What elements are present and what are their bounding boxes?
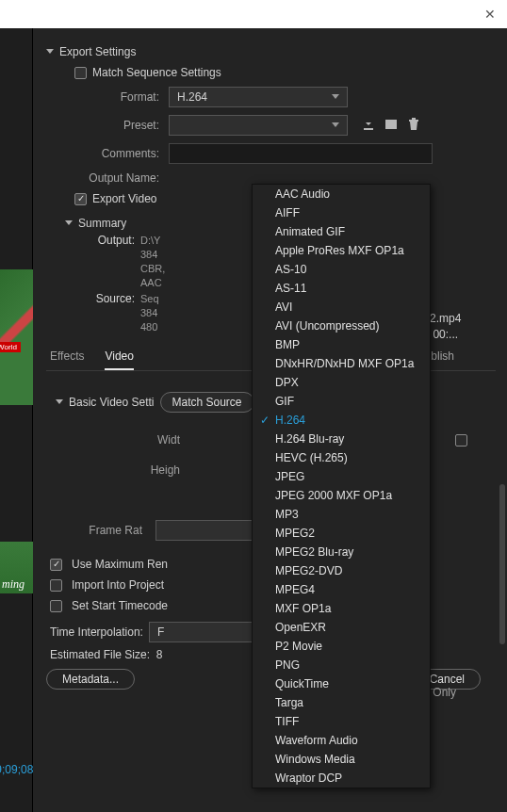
format-option[interactable]: H.264 Blu-ray xyxy=(253,430,430,448)
comments-row: Comments: xyxy=(46,139,496,168)
match-sequence-label: Match Sequence Settings xyxy=(92,66,221,79)
output-line-4: AAC xyxy=(140,276,165,290)
preview-column: ;9;09;08 xyxy=(0,28,33,812)
import-checkbox[interactable] xyxy=(50,579,62,592)
save-preset-icon[interactable] xyxy=(361,117,376,135)
output-label: Output: xyxy=(46,234,140,290)
scrollbar[interactable] xyxy=(499,484,505,644)
match-source-button[interactable]: Match Source xyxy=(160,392,254,413)
output-line-2: 384 xyxy=(140,248,165,262)
output-line-3: CBR, xyxy=(140,262,165,276)
format-option[interactable]: AIFF xyxy=(253,203,430,222)
format-option[interactable]: AVI xyxy=(253,298,430,317)
match-sequence-checkbox[interactable] xyxy=(74,67,87,79)
export-panel: Export Settings Match Sequence Settings … xyxy=(33,28,507,812)
chevron-down-icon xyxy=(56,399,63,404)
format-option[interactable]: PNG xyxy=(253,656,430,674)
format-option[interactable]: P2 Movie xyxy=(253,637,430,656)
format-option[interactable]: MPEG2-DVD xyxy=(253,561,430,580)
summary-title: Summary xyxy=(78,217,126,230)
height-label: Heigh xyxy=(46,463,188,477)
framerate-label: Frame Rat xyxy=(46,524,150,537)
metadata-button[interactable]: Metadata... xyxy=(46,669,135,690)
export-settings-header[interactable]: Export Settings xyxy=(46,38,496,62)
time-interpolation-value: F xyxy=(157,625,164,639)
estimated-size-label: Estimated File Size: xyxy=(50,648,150,661)
format-option[interactable]: Windows Media xyxy=(253,750,430,769)
format-option[interactable]: Animated GIF xyxy=(253,222,430,241)
preview-thumb-2 xyxy=(0,542,33,593)
format-option[interactable]: TIFF xyxy=(253,712,430,731)
format-option[interactable]: OpenEXR xyxy=(253,618,430,637)
titlebar: ✕ xyxy=(0,0,507,28)
export-video-label: Export Video xyxy=(92,192,157,205)
comments-input[interactable] xyxy=(169,143,433,164)
preview-thumb-1 xyxy=(0,269,33,405)
format-option[interactable]: Apple ProRes MXF OP1a xyxy=(253,241,430,260)
format-option[interactable]: MXF OP1a xyxy=(253,599,430,618)
chevron-down-icon xyxy=(332,94,339,99)
output-name-label: Output Name: xyxy=(46,171,169,185)
preset-select[interactable] xyxy=(169,115,348,136)
width-label: Widt xyxy=(46,433,188,447)
import-preset-icon[interactable] xyxy=(384,117,399,135)
format-option[interactable]: MPEG2 Blu-ray xyxy=(253,543,430,561)
preset-row: Preset: xyxy=(46,111,496,139)
export-video-checkbox[interactable] xyxy=(74,193,87,205)
source-line-1: Seq xyxy=(140,292,159,306)
source-line-2: 384 xyxy=(140,306,159,320)
timecode-display: ;9;09;08 xyxy=(0,763,33,776)
tab-video[interactable]: Video xyxy=(105,349,133,370)
format-label: Format: xyxy=(46,90,169,104)
format-option[interactable]: GIF xyxy=(253,392,430,411)
format-value: H.264 xyxy=(177,90,207,104)
format-option[interactable]: AS-10 xyxy=(253,260,430,279)
format-option[interactable]: MPEG4 xyxy=(253,580,430,599)
format-option[interactable]: MP3 xyxy=(253,505,430,524)
format-option[interactable]: AS-11 xyxy=(253,279,430,298)
chevron-down-icon xyxy=(46,49,54,54)
match-sequence-row: Match Sequence Settings xyxy=(46,62,496,83)
format-option[interactable]: DPX xyxy=(253,373,430,392)
format-row: Format: H.264 xyxy=(46,83,496,111)
format-option[interactable]: AAC Audio xyxy=(253,185,430,203)
format-option[interactable]: Wraptor DCP xyxy=(253,769,430,788)
estimated-size-value: 8 xyxy=(156,648,163,661)
format-option[interactable]: JPEG xyxy=(253,467,430,486)
format-option[interactable]: HEVC (H.265) xyxy=(253,448,430,467)
comments-label: Comments: xyxy=(46,147,169,160)
preset-label: Preset: xyxy=(46,119,169,132)
source-label: Source: xyxy=(46,292,140,334)
delete-preset-icon[interactable] xyxy=(406,117,421,135)
main: ;9;09;08 Export Settings Match Sequence … xyxy=(0,28,507,812)
format-option[interactable]: BMP xyxy=(253,335,430,354)
format-option[interactable]: Targa xyxy=(253,693,430,712)
close-icon[interactable]: ✕ xyxy=(484,7,496,22)
export-settings-title: Export Settings xyxy=(59,45,136,58)
tab-effects[interactable]: Effects xyxy=(50,349,84,370)
timecode-checkbox[interactable] xyxy=(50,600,62,612)
format-option[interactable]: DNxHR/DNxHD MXF OP1a xyxy=(253,354,430,373)
timecode-label: Set Start Timecode xyxy=(72,599,168,612)
import-label: Import Into Project xyxy=(72,578,164,592)
chevron-down-icon xyxy=(332,122,339,127)
source-line-3: 480 xyxy=(140,320,159,334)
use-max-checkbox[interactable] xyxy=(50,559,62,571)
output-path: D:\Y xyxy=(140,234,165,248)
format-option[interactable]: QuickTime xyxy=(253,674,430,693)
width-lock-toggle[interactable] xyxy=(455,434,467,447)
format-option[interactable]: Waveform Audio xyxy=(253,731,430,750)
chevron-down-icon xyxy=(65,220,73,225)
format-option[interactable]: AVI (Uncompressed) xyxy=(253,317,430,335)
format-select[interactable]: H.264 xyxy=(169,87,348,107)
format-option[interactable]: MPEG2 xyxy=(253,524,430,543)
format-option[interactable]: JPEG 2000 MXF OP1a xyxy=(253,486,430,505)
format-dropdown[interactable]: AAC AudioAIFFAnimated GIFApple ProRes MX… xyxy=(252,184,431,788)
bvs-title: Basic Video Setti xyxy=(69,396,155,409)
time-interpolation-label: Time Interpolation: xyxy=(50,625,143,639)
use-max-label: Use Maximum Ren xyxy=(72,558,168,571)
format-option[interactable]: H.264 xyxy=(253,411,430,430)
